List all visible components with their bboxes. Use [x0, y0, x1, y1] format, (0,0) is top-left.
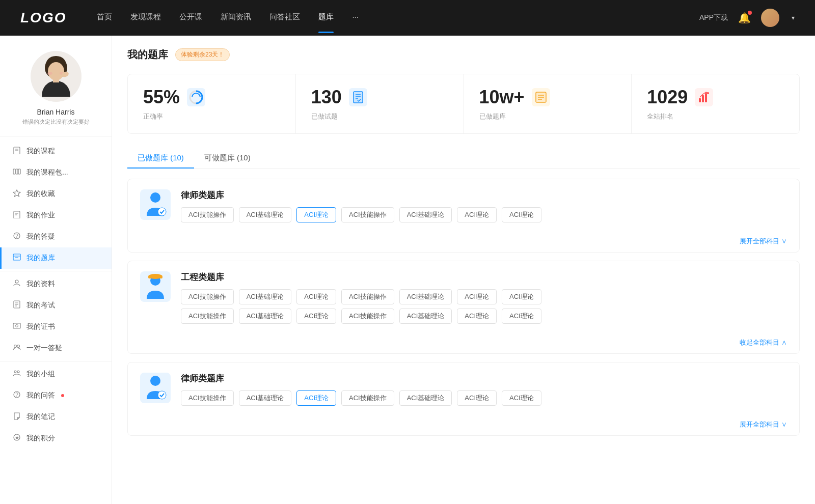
sidebar-item-points[interactable]: ★ 我的积分 — [0, 428, 112, 449]
sidebar-item-exam[interactable]: 我的考试 — [0, 295, 112, 316]
bank-tag-2-4[interactable]: ACI基础理论 — [399, 289, 452, 304]
bank-tag-1-4[interactable]: ACI基础理论 — [399, 207, 452, 222]
bank-tag-2-12[interactable]: ACI理论 — [457, 309, 497, 324]
tab-done[interactable]: 已做题库 (10) — [127, 148, 194, 168]
bank-tags-2-row1: ACI技能操作 ACI基础理论 ACI理论 ACI技能操作 ACI基础理论 AC… — [181, 289, 787, 304]
sidebar-item-label-group: 我的小组 — [26, 370, 55, 379]
bank-tag-2-11[interactable]: ACI基础理论 — [399, 309, 452, 324]
bank-tag-1-6[interactable]: ACI理论 — [502, 207, 541, 222]
svg-point-31 — [14, 371, 16, 373]
bank-icon-lawyer-1 — [140, 189, 171, 220]
bank-tag-3-1[interactable]: ACI基础理论 — [239, 390, 292, 406]
nav-discover[interactable]: 发现课程 — [130, 12, 161, 24]
bank-tag-2-1[interactable]: ACI基础理论 — [239, 289, 292, 304]
menu-divider-1 — [0, 271, 112, 271]
rank-chart-icon — [695, 88, 713, 106]
bank-tags-2-row2: ACI技能操作 ACI基础理论 ACI理论 ACI技能操作 ACI基础理论 AC… — [181, 309, 787, 324]
bank-tag-2-6[interactable]: ACI理论 — [502, 289, 541, 304]
bank-header-1: 律师类题库 ACI技能操作 ACI基础理论 ACI理论 ACI技能操作 ACI基… — [128, 179, 799, 233]
sidebar-item-coursepack[interactable]: 我的课程包... — [0, 162, 112, 183]
stat-accuracy: 55% 正确率 — [128, 74, 296, 133]
bank-tag-2-3[interactable]: ACI技能操作 — [341, 289, 394, 304]
svg-point-53 — [707, 92, 709, 94]
sidebar-item-myqa[interactable]: ? 我的问答 — [0, 385, 112, 406]
bank-tag-2-9[interactable]: ACI理论 — [296, 309, 336, 324]
nav-more[interactable]: ··· — [352, 12, 359, 24]
profile-motto: 错误的决定比没有决定要好 — [22, 118, 90, 126]
logo: LOGO — [20, 10, 66, 26]
nav-qa[interactable]: 问答社区 — [269, 12, 300, 24]
bank-tag-2-7[interactable]: ACI技能操作 — [181, 309, 234, 324]
svg-point-39 — [192, 93, 200, 101]
top-navigation: LOGO 首页 发现课程 公开课 新闻资讯 问答社区 题库 ··· APP下载 … — [0, 0, 815, 36]
sidebar-item-favorites[interactable]: 我的收藏 — [0, 183, 112, 205]
nav-news[interactable]: 新闻资讯 — [221, 12, 251, 24]
svg-point-22 — [15, 280, 18, 283]
stat-banks-value: 10w+ — [479, 87, 525, 108]
sidebar-item-label-profile: 我的资料 — [26, 279, 55, 289]
bank-tag-2-8[interactable]: ACI基础理论 — [239, 309, 292, 324]
bank-tag-2-2[interactable]: ACI理论 — [296, 289, 336, 304]
svg-point-59 — [150, 376, 160, 386]
sidebar-item-1on1[interactable]: 一对一答疑 — [0, 338, 112, 359]
sidebar-item-profile[interactable]: 我的资料 — [0, 273, 112, 295]
bank-tag-1-2[interactable]: ACI理论 — [296, 207, 336, 222]
bank-collapse-btn[interactable]: 收起全部科目 ∧ — [128, 334, 799, 353]
bank-tag-1-0[interactable]: ACI技能操作 — [181, 207, 234, 222]
bank-tag-2-0[interactable]: ACI技能操作 — [181, 289, 234, 304]
sidebar-item-courses[interactable]: 我的课程 — [0, 141, 112, 162]
nav-bank[interactable]: 题库 — [318, 12, 334, 24]
bank-tag-1-5[interactable]: ACI理论 — [457, 207, 497, 222]
bank-tag-3-0[interactable]: ACI技能操作 — [181, 390, 234, 406]
stat-done-top: 130 — [311, 87, 448, 108]
svg-point-60 — [158, 391, 166, 399]
sidebar-item-qa[interactable]: ? 我的答疑 — [0, 226, 112, 247]
svg-text:?: ? — [15, 233, 18, 239]
tab-available[interactable]: 可做题库 (10) — [194, 148, 261, 168]
avatar-dropdown-arrow[interactable]: ▾ — [792, 14, 795, 21]
exam-icon — [12, 300, 21, 311]
bank-tag-1-1[interactable]: ACI基础理论 — [239, 207, 292, 222]
notification-bell[interactable]: 🔔 — [738, 12, 751, 24]
bank-tag-3-3[interactable]: ACI技能操作 — [341, 390, 394, 406]
bank-icon-engineer — [140, 271, 171, 302]
bank-tag-1-3[interactable]: ACI技能操作 — [341, 207, 394, 222]
bank-tag-2-13[interactable]: ACI理论 — [502, 309, 541, 324]
bank-expand-btn-3[interactable]: 展开全部科目 ∨ — [128, 416, 799, 435]
sidebar-item-cert[interactable]: 我的证书 — [0, 316, 112, 338]
svg-rect-51 — [702, 95, 704, 102]
myqa-notification-dot — [61, 394, 64, 397]
sidebar-item-notes[interactable]: 我的笔记 — [0, 406, 112, 428]
svg-rect-19 — [13, 254, 20, 260]
bank-info-2: 工程类题库 ACI技能操作 ACI基础理论 ACI理论 ACI技能操作 ACI基… — [181, 271, 787, 324]
sidebar-item-label-cert: 我的证书 — [26, 322, 55, 331]
bank-section-engineer: 工程类题库 ACI技能操作 ACI基础理论 ACI理论 ACI技能操作 ACI基… — [127, 261, 800, 354]
nav-home[interactable]: 首页 — [97, 12, 112, 24]
bank-tag-3-4[interactable]: ACI基础理论 — [399, 390, 452, 406]
courses-icon — [12, 146, 21, 156]
sidebar-item-homework[interactable]: 我的作业 — [0, 205, 112, 226]
bank-tag-2-5[interactable]: ACI理论 — [457, 289, 497, 304]
sidebar-item-label-bank: 我的题库 — [26, 254, 55, 263]
bank-tag-3-5[interactable]: ACI理论 — [457, 390, 497, 406]
sidebar-item-group[interactable]: 我的小组 — [0, 363, 112, 385]
sidebar-item-bank[interactable]: 我的题库 — [0, 247, 112, 269]
bank-icon — [12, 253, 21, 263]
app-download[interactable]: APP下载 — [699, 13, 728, 22]
menu-divider-2 — [0, 361, 112, 361]
bank-tag-3-2[interactable]: ACI理论 — [296, 390, 336, 406]
user-avatar[interactable] — [761, 9, 779, 27]
accuracy-chart-icon — [187, 88, 205, 106]
page-title: 我的题库 — [127, 48, 168, 62]
stat-rank: 1029 全站排名 — [632, 74, 799, 133]
stat-rank-value: 1029 — [647, 87, 688, 108]
bank-expand-btn-1[interactable]: 展开全部科目 ∨ — [128, 233, 799, 252]
bank-tag-3-6[interactable]: ACI理论 — [502, 390, 541, 406]
bank-header-2: 工程类题库 ACI技能操作 ACI基础理论 ACI理论 ACI技能操作 ACI基… — [128, 261, 799, 334]
svg-point-54 — [150, 192, 160, 203]
bank-tag-2-10[interactable]: ACI技能操作 — [341, 309, 394, 324]
trial-badge: 体验剩余23天！ — [175, 48, 230, 61]
nav-openclass[interactable]: 公开课 — [179, 12, 202, 24]
notification-dot — [748, 11, 752, 15]
bank-expand-label-3: 展开全部科目 ∨ — [740, 421, 787, 428]
